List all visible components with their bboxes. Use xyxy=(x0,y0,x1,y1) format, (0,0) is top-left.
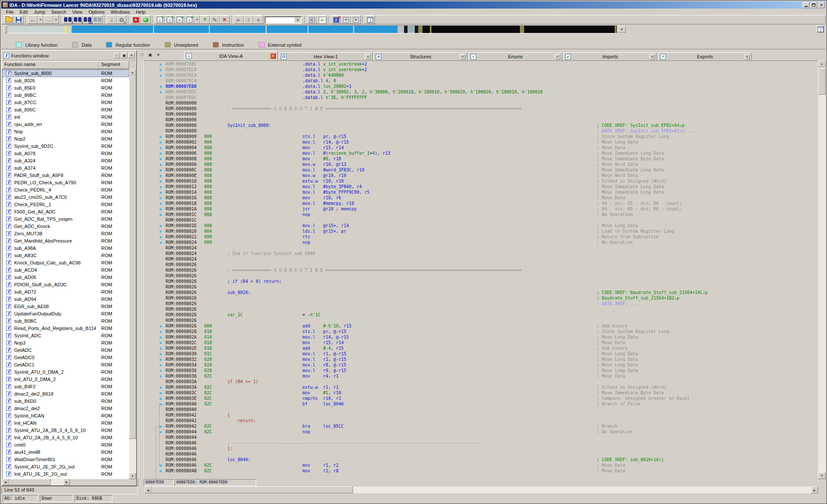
disasm-line[interactable]: ROM:00007EC4.datab.l 4, 0 xyxy=(144,78,818,84)
disasm-line[interactable]: ROM:0000803E02Ccmp/hs r10, r1; Compare: … xyxy=(144,396,818,402)
disassembly-horizontal-scrollbar[interactable]: ◀ ▶ xyxy=(145,486,818,493)
function-row[interactable]: fSysInit_ATU_2A_2B_3_4_5_8_10ROM xyxy=(2,427,129,434)
disasm-line[interactable]: ROM:00007EBC.data.l v_int_userbreak+2 xyxy=(144,62,818,67)
function-row[interactable]: fatu22_cmi2G_sub_A7C0ROM xyxy=(2,194,129,201)
column-header-function-name[interactable]: Function name xyxy=(2,61,99,69)
disasm-line[interactable]: ROM:00008046loc_8046:; CODE XREF: sub_80… xyxy=(144,457,818,463)
tab-close-icon[interactable]: ✕ xyxy=(744,54,750,60)
function-row[interactable]: fPADR_Stuff_sub_A5F8ROM xyxy=(2,172,129,179)
functions-vertical-scrollbar[interactable]: ▲ ▼ xyxy=(129,69,136,479)
mdi-restore-button[interactable]: ▣ xyxy=(147,52,154,58)
disasm-line[interactable]: ROM:0000803001Cmov.l r1, @-r15; Move Lon… xyxy=(144,351,818,357)
function-row[interactable]: fGet_ADC_KnockROM xyxy=(2,223,129,230)
search-again-button[interactable] xyxy=(93,15,103,24)
function-row[interactable]: finitROM xyxy=(2,114,129,121)
function-row[interactable]: fsub_87CCROM xyxy=(2,99,129,106)
disasm-line[interactable]: ROM:00008000 xyxy=(144,112,818,117)
mdi-minimize-button[interactable]: □ xyxy=(139,52,145,58)
disasm-line[interactable]: ROM:00008028010sts.l pr, @-r15; Store Sy… xyxy=(144,329,818,335)
mdi-close-button[interactable]: ✕ xyxy=(155,52,162,58)
copy-button[interactable]: C xyxy=(307,15,317,24)
function-row[interactable]: fKnock_Output_Calc_sub_AC96ROM xyxy=(2,259,129,267)
scroll-down-button[interactable]: ▼ xyxy=(818,472,826,479)
function-row[interactable]: fSysInit_ATU_0_DMA_2ROM xyxy=(2,369,129,376)
function-row[interactable]: fGetADC0ROM xyxy=(2,354,129,361)
scroll-thumb[interactable] xyxy=(129,75,136,439)
del-struct-button[interactable]: × xyxy=(351,15,361,24)
functions-horizontal-scrollbar[interactable]: ◀ ▶ xyxy=(2,479,70,485)
function-row[interactable]: fsub_895CROM xyxy=(2,106,129,114)
disasm-line[interactable]: ROM:00008020004lds.l @r15+, pr; Load to … xyxy=(144,229,818,234)
analysis-indicator[interactable] xyxy=(141,15,151,24)
menu-options[interactable]: Options xyxy=(85,9,108,15)
navigation-band[interactable] xyxy=(7,25,617,33)
make-name-button[interactable]: A+ xyxy=(175,15,184,24)
disasm-line[interactable]: ROM:0000803802Cmov r4, r1; Move Data xyxy=(144,374,818,379)
function-row[interactable]: fSysInit_HCANROM xyxy=(2,412,129,420)
combo-dropdown-icon[interactable]: ▼ xyxy=(295,17,301,23)
search-address-button[interactable]: # xyxy=(63,15,73,24)
functions-window-titlebar[interactable]: f Functions window ▫ ▣ ✕ xyxy=(2,51,136,60)
function-row[interactable]: fsub_A374ROM xyxy=(2,165,129,172)
tab-structures[interactable]: AStructures✕ xyxy=(374,52,468,60)
string-type-dropdown[interactable]: ▾ xyxy=(194,15,200,24)
scroll-down-button[interactable]: ▼ xyxy=(129,473,136,479)
disassembly-vertical-scrollbar[interactable]: ▲ ▼ xyxy=(818,60,826,479)
tab-enums[interactable]: ≡Enums✕ xyxy=(468,52,562,60)
disasm-line[interactable]: ROM:00008042 return; xyxy=(144,418,818,424)
make-code-button[interactable]: c+ xyxy=(155,15,165,24)
debug-run-button[interactable]: ▶ xyxy=(234,15,244,24)
function-row[interactable]: fWaitDownTimer801ROM xyxy=(2,456,129,463)
disasm-line[interactable]: ROM:00008026; DATA XREF: ... xyxy=(144,301,818,307)
function-row[interactable]: fsub_B6D0ROM xyxy=(2,398,129,405)
disasm-line[interactable]: ROM:0000801C008nop; No Operation xyxy=(144,212,818,218)
function-row[interactable]: fZero_MUT3BROM xyxy=(2,230,129,237)
function-row[interactable]: fsub_86BCROM xyxy=(2,92,129,99)
menu-help[interactable]: Help xyxy=(133,9,149,15)
disasm-line[interactable]: ROM:00008026 xyxy=(144,273,818,279)
debugger-combo[interactable]: ▼ xyxy=(265,16,302,24)
jump-address-button[interactable]: ↓ xyxy=(107,15,117,24)
function-row[interactable]: fsub_AD72ROM xyxy=(2,288,129,296)
disasm-line[interactable]: ROM:00008000SysInit_sub_8000:; CODE XREF… xyxy=(144,123,818,129)
disasm-line[interactable]: ROM:00008046}; xyxy=(144,446,818,452)
disasm-line[interactable]: ROM:00008008008mov #0, r10; Move Immedia… xyxy=(144,156,818,162)
title-bar[interactable]: IDA - D:\Work\Firmware Lancer 9\IDA\9327… xyxy=(1,1,826,9)
disasm-line[interactable]: ROM:00008000 xyxy=(144,101,818,106)
run-script-button[interactable]: » xyxy=(317,15,327,24)
functions-close-button[interactable]: ✕ xyxy=(128,53,135,58)
disasm-line[interactable]: ROM:00008046; --------------------------… xyxy=(144,441,818,446)
disasm-line[interactable]: ROM:00008046 xyxy=(144,452,818,457)
disasm-line[interactable]: ROM:00008000 xyxy=(144,117,818,123)
disasm-line[interactable]: ROM:00008026sub_8026:; CODE XREF: Baudra… xyxy=(144,290,818,296)
tab-close-icon[interactable]: ✕ xyxy=(365,54,371,60)
disasm-line[interactable]: ROM:0000801A008jsr @r10 ; memcpy; R4 - s… xyxy=(144,207,818,212)
disasm-line[interactable]: ROM:00008022000rts; Return from Subrouti… xyxy=(144,234,818,240)
disasm-line[interactable]: ROM:00008026 xyxy=(144,307,818,312)
disasm-line[interactable]: ROM:00008024 xyxy=(144,257,818,262)
disasm-line[interactable]: ROM:00008034024mov.l r8, @-r15; Move Lon… xyxy=(144,363,818,368)
tab-close-icon[interactable]: ✕ xyxy=(649,54,655,60)
disasm-line[interactable]: ROM:00008002004mov.l r14, @-r15; Move Lo… xyxy=(144,140,818,145)
scroll-left-button[interactable]: ◀ xyxy=(145,486,151,493)
function-row[interactable]: fdmac2_dei2_B618ROM xyxy=(2,390,129,398)
tab-close-icon[interactable]: ✕ xyxy=(460,54,465,60)
scroll-left-button[interactable]: ◀ xyxy=(2,479,9,485)
close-button[interactable]: ✕ xyxy=(818,2,825,8)
menu-file[interactable]: File xyxy=(3,9,17,15)
menu-windows[interactable]: Windows xyxy=(108,9,133,15)
tab-exports[interactable]: ↗Exports✕ xyxy=(658,52,752,60)
function-row[interactable]: fatu41_imi4BROM xyxy=(2,449,129,456)
function-row[interactable]: fGetADC1ROM xyxy=(2,361,129,369)
disasm-line[interactable]: ROM:00008026; =============== S U B R O … xyxy=(144,268,818,273)
help-book-button[interactable]: i xyxy=(331,15,341,24)
function-row[interactable]: fdmac2_dei2ROM xyxy=(2,405,129,412)
function-row[interactable]: fPDIOR_Stuff_sub_AD3CROM xyxy=(2,281,129,288)
function-row[interactable]: fsub_A98AROM xyxy=(2,245,129,252)
disasm-line[interactable]: ROM:0000804002Cbf loc_8046; Branch if Fa… xyxy=(144,402,818,407)
nav-back-button[interactable]: ← xyxy=(28,15,38,24)
function-row[interactable]: fSysInit_ATU_2E_2F_2G_outROM xyxy=(2,463,129,471)
function-row[interactable]: fEGR_sub_AE08ROM xyxy=(2,303,129,310)
disasm-line[interactable]: ROM:00008026var_1C= -h'1C xyxy=(144,312,818,318)
make-array-button[interactable]: * xyxy=(200,15,210,24)
